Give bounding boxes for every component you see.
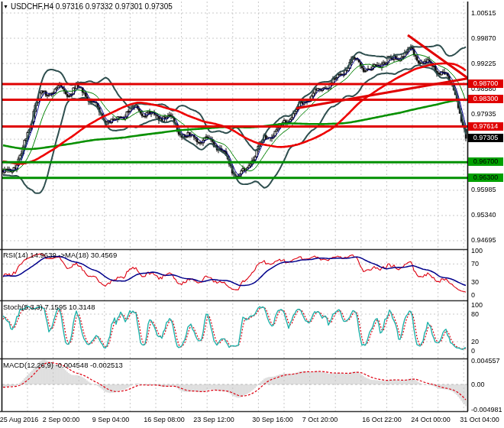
- stoch-tick-label: 100: [471, 301, 483, 309]
- price-tick-label: 0.95985: [471, 186, 496, 193]
- rsi-tick-label: 70: [471, 260, 479, 268]
- price-tick-label: 1.00515: [471, 9, 496, 17]
- price-badge: 0.97614: [468, 122, 503, 131]
- chart-quote-header: ▼USDCHF,H4 0.97316 0.97332 0.97301 0.973…: [3, 2, 173, 11]
- macd-tick-label: -0.004981: [471, 406, 502, 413]
- price-badge: 0.98300: [468, 95, 503, 103]
- rsi-tick-label: 0: [471, 291, 475, 299]
- rsi-tick-label: 100: [471, 247, 483, 255]
- macd-tick-label: 0.00: [471, 381, 485, 388]
- stoch-tick-label: 80: [471, 310, 479, 318]
- price-tick-label: 0.94695: [471, 236, 496, 244]
- rsi-tick-label: 30: [471, 278, 479, 286]
- macd-tick-label: 0.004557: [471, 357, 500, 365]
- stoch-tick-label: 0: [471, 347, 475, 355]
- macd-indicator-label: MACD(12,26,9) -0.004548 -0.002513: [3, 361, 123, 369]
- price-badge: 0.96300: [468, 173, 503, 182]
- quote-symbol: USDCHF,H4: [11, 2, 53, 11]
- price-tick-label: 0.99225: [471, 60, 496, 67]
- price-badge: 0.97305: [468, 134, 503, 142]
- stoch-tick-label: 20: [471, 338, 479, 345]
- mt4-chart-window: ▼USDCHF,H4 0.97316 0.97332 0.97301 0.973…: [0, 0, 504, 428]
- time-axis-label: 31 Oct 04:00: [445, 416, 504, 423]
- stochastic-indicator-label: Stoch(5,3,3) 7.1595 10.3148: [3, 303, 95, 311]
- time-axis-label: 7 Oct 20:00: [286, 416, 354, 423]
- quote-ohlc: 0.97316 0.97332 0.97301 0.97305: [56, 2, 173, 11]
- price-badge: 0.98700: [468, 79, 503, 88]
- price-tick-label: 0.99870: [471, 34, 496, 42]
- price-badge: 0.96700: [468, 157, 503, 166]
- dropdown-triangle-icon: ▼: [3, 4, 8, 9]
- price-tick-label: 0.97935: [471, 110, 496, 118]
- price-tick-label: 0.95340: [471, 211, 496, 219]
- rsi-indicator-label: RSI(14) 14.9639 ->MA(18) 30.4569: [3, 251, 117, 259]
